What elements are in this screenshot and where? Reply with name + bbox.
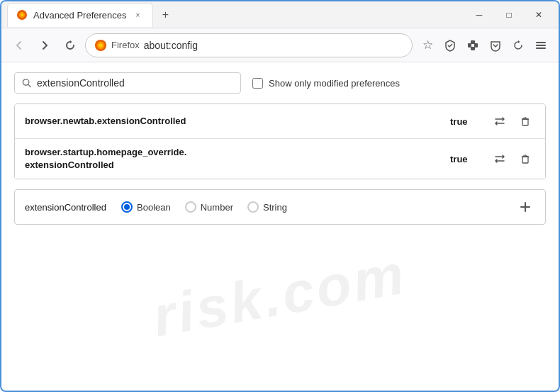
delete-button-1[interactable] xyxy=(515,111,535,131)
maximize-button[interactable]: □ xyxy=(495,4,523,26)
swap-button-1[interactable] xyxy=(490,111,510,131)
type-boolean-option[interactable]: Boolean xyxy=(121,201,171,213)
svg-rect-6 xyxy=(468,43,471,47)
boolean-radio-circle xyxy=(121,201,133,213)
new-tab-button[interactable]: + xyxy=(156,5,176,25)
tab-close-button[interactable]: × xyxy=(133,9,144,21)
preferences-table: browser.newtab.extensionControlled true xyxy=(14,103,546,179)
minimize-button[interactable]: ─ xyxy=(465,4,493,26)
svg-rect-9 xyxy=(471,47,475,50)
swap-icon-1 xyxy=(493,115,506,128)
pocket-button[interactable] xyxy=(485,35,506,56)
add-preference-button[interactable] xyxy=(515,197,535,217)
table-row: browser.startup.homepage_override. exten… xyxy=(15,139,545,179)
svg-rect-12 xyxy=(536,47,546,49)
address-text: about:config xyxy=(144,40,403,51)
pocket-icon xyxy=(489,39,502,52)
add-preference-row: extensionControlled Boolean Number Strin… xyxy=(14,189,546,225)
tab-title: Advanced Preferences xyxy=(33,10,127,21)
show-modified-checkbox[interactable] xyxy=(252,78,263,89)
type-string-option[interactable]: String xyxy=(247,201,287,213)
main-content: Show only modified preferences browser.n… xyxy=(1,62,559,376)
shield-icon xyxy=(444,39,457,52)
browser-label: Firefox xyxy=(111,40,140,50)
number-label: Number xyxy=(201,202,233,213)
sync-button[interactable] xyxy=(508,35,529,56)
close-button[interactable]: ✕ xyxy=(525,4,553,26)
watermark-area: risk.com xyxy=(14,225,546,366)
svg-rect-11 xyxy=(536,45,546,46)
sync-icon xyxy=(512,39,525,52)
extension-icon xyxy=(466,39,479,52)
nav-bar: Firefox about:config ☆ xyxy=(1,28,559,62)
pref-name-2: browser.startup.homepage_override. exten… xyxy=(25,146,450,172)
new-pref-name: extensionControlled xyxy=(25,202,110,213)
svg-rect-15 xyxy=(522,119,528,125)
tab-area: Advanced Preferences × + xyxy=(7,3,465,27)
pref-value-1: true xyxy=(450,116,478,127)
extension-button[interactable] xyxy=(462,35,483,56)
type-number-option[interactable]: Number xyxy=(185,201,233,213)
string-label: String xyxy=(263,202,287,213)
pref-actions-1 xyxy=(490,111,535,131)
boolean-label: Boolean xyxy=(137,202,171,213)
swap-button-2[interactable] xyxy=(490,149,510,169)
type-radio-group: Boolean Number String xyxy=(121,201,504,213)
search-box[interactable] xyxy=(14,72,241,94)
string-radio-circle xyxy=(247,201,259,213)
active-tab[interactable]: Advanced Preferences × xyxy=(7,3,153,27)
svg-rect-20 xyxy=(522,157,528,163)
pref-actions-2 xyxy=(490,149,535,169)
bookmark-icon: ☆ xyxy=(422,38,433,52)
pref-value-2: true xyxy=(450,154,478,164)
reload-icon xyxy=(65,40,76,51)
window-controls: ─ □ ✕ xyxy=(465,4,553,26)
tab-favicon-icon xyxy=(16,9,28,21)
forward-button[interactable] xyxy=(34,35,55,56)
plus-icon xyxy=(519,201,532,213)
svg-point-5 xyxy=(99,43,102,47)
nav-right-icons: ☆ xyxy=(417,35,551,56)
number-radio-circle xyxy=(185,201,196,213)
search-icon xyxy=(22,78,31,88)
trash-icon-1 xyxy=(520,116,531,127)
bookmark-button[interactable]: ☆ xyxy=(417,35,438,56)
firefox-logo-icon xyxy=(94,39,107,52)
address-bar[interactable]: Firefox about:config xyxy=(85,33,413,57)
shield-button[interactable] xyxy=(439,35,461,56)
forward-icon xyxy=(40,40,50,50)
delete-button-2[interactable] xyxy=(515,149,535,169)
back-button[interactable] xyxy=(9,35,30,56)
hamburger-icon xyxy=(534,39,547,52)
svg-point-2 xyxy=(21,13,23,16)
watermark-text: risk.com xyxy=(148,242,412,350)
pref-name-1: browser.newtab.extensionControlled xyxy=(25,115,450,128)
trash-icon-2 xyxy=(520,153,531,164)
show-modified-label: Show only modified preferences xyxy=(269,78,400,89)
menu-button[interactable] xyxy=(530,35,551,56)
svg-line-14 xyxy=(28,84,30,86)
svg-rect-7 xyxy=(474,43,478,47)
reload-button[interactable] xyxy=(60,35,81,56)
swap-icon-2 xyxy=(493,152,506,165)
search-input[interactable] xyxy=(37,77,233,89)
svg-rect-10 xyxy=(536,42,546,43)
search-row: Show only modified preferences xyxy=(14,72,546,94)
back-icon xyxy=(14,40,24,50)
show-modified-row: Show only modified preferences xyxy=(252,78,400,89)
title-bar: Advanced Preferences × + ─ □ ✕ xyxy=(1,1,559,28)
table-row: browser.newtab.extensionControlled true xyxy=(15,104,545,139)
svg-rect-8 xyxy=(471,40,475,44)
